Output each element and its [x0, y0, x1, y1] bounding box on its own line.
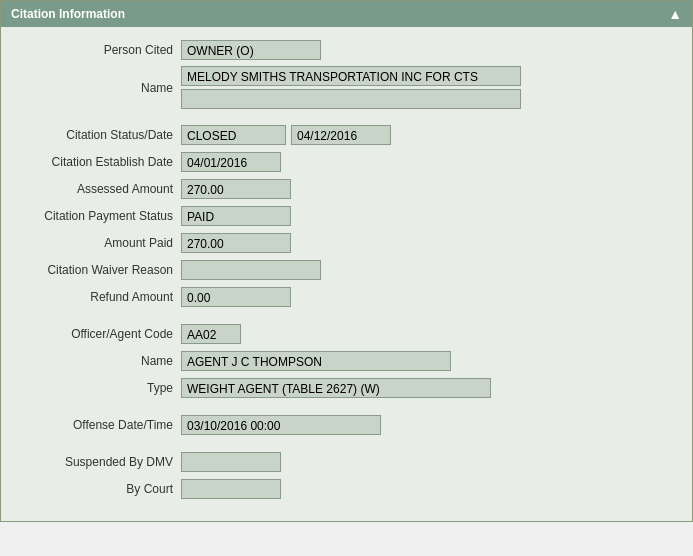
person-cited-label: Person Cited [21, 43, 181, 57]
person-cited-value: OWNER (O) [181, 40, 321, 60]
payment-status-value: PAID [181, 206, 291, 226]
suspended-value [181, 452, 281, 472]
name-label: Name [21, 81, 181, 95]
suspended-label: Suspended By DMV [21, 455, 181, 469]
waiver-value [181, 260, 321, 280]
officer-row: Officer/Agent Code AA02 [21, 323, 672, 345]
citation-establish-row: Citation Establish Date 04/01/2016 [21, 151, 672, 173]
person-cited-row: Person Cited OWNER (O) [21, 39, 672, 61]
refund-value: 0.00 [181, 287, 291, 307]
citation-establish-value: 04/01/2016 [181, 152, 281, 172]
payment-status-row: Citation Payment Status PAID [21, 205, 672, 227]
assessed-label: Assessed Amount [21, 182, 181, 196]
type-label: Type [21, 381, 181, 395]
offense-row: Offense Date/Time 03/10/2016 00:00 [21, 414, 672, 436]
amount-paid-label: Amount Paid [21, 236, 181, 250]
panel-body: Person Cited OWNER (O) Name MELODY SMITH… [1, 27, 692, 521]
offense-label: Offense Date/Time [21, 418, 181, 432]
name-row: Name MELODY SMITHS TRANSPORTATION INC FO… [21, 66, 672, 109]
panel-title: Citation Information [11, 7, 125, 21]
officer-name-row: Name AGENT J C THOMPSON [21, 350, 672, 372]
name-value: MELODY SMITHS TRANSPORTATION INC FOR CTS [181, 66, 521, 86]
officer-name-value: AGENT J C THOMPSON [181, 351, 451, 371]
payment-status-label: Citation Payment Status [21, 209, 181, 223]
court-row: By Court [21, 478, 672, 500]
court-value [181, 479, 281, 499]
assessed-row: Assessed Amount 270.00 [21, 178, 672, 200]
refund-label: Refund Amount [21, 290, 181, 304]
court-label: By Court [21, 482, 181, 496]
amount-paid-row: Amount Paid 270.00 [21, 232, 672, 254]
collapse-icon[interactable]: ▲ [668, 6, 682, 22]
citation-status-date: 04/12/2016 [291, 125, 391, 145]
assessed-value: 270.00 [181, 179, 291, 199]
type-row: Type WEIGHT AGENT (TABLE 2627) (W) [21, 377, 672, 399]
suspended-row: Suspended By DMV [21, 451, 672, 473]
officer-name-label: Name [21, 354, 181, 368]
panel-header: Citation Information ▲ [1, 1, 692, 27]
refund-row: Refund Amount 0.00 [21, 286, 672, 308]
offense-value: 03/10/2016 00:00 [181, 415, 381, 435]
officer-label: Officer/Agent Code [21, 327, 181, 341]
citation-status-label: Citation Status/Date [21, 128, 181, 142]
name-extra [181, 89, 521, 109]
amount-paid-value: 270.00 [181, 233, 291, 253]
citation-status-value: CLOSED [181, 125, 286, 145]
citation-establish-label: Citation Establish Date [21, 155, 181, 169]
citation-panel: Citation Information ▲ Person Cited OWNE… [0, 0, 693, 522]
citation-status-row: Citation Status/Date CLOSED 04/12/2016 [21, 124, 672, 146]
waiver-row: Citation Waiver Reason [21, 259, 672, 281]
officer-value: AA02 [181, 324, 241, 344]
name-block: MELODY SMITHS TRANSPORTATION INC FOR CTS [181, 66, 521, 109]
waiver-label: Citation Waiver Reason [21, 263, 181, 277]
type-value: WEIGHT AGENT (TABLE 2627) (W) [181, 378, 491, 398]
